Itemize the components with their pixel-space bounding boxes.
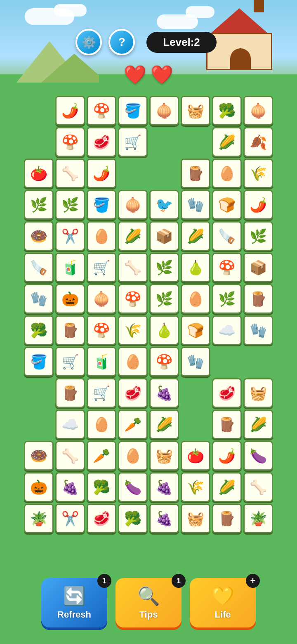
tile[interactable]: 🦴 (243, 472, 273, 502)
tile[interactable]: 🍄 (118, 284, 148, 314)
tile[interactable]: 🍞 (181, 315, 210, 345)
tile[interactable]: 🥩 (118, 378, 148, 408)
tile[interactable]: 🍅 (181, 441, 210, 471)
tile[interactable]: 🌽 (243, 410, 273, 439)
tile[interactable]: 🌶️ (55, 96, 85, 125)
tile[interactable]: ☁️ (55, 410, 85, 439)
tile[interactable]: 🪵 (212, 504, 242, 533)
tile[interactable]: 🥚 (87, 221, 116, 251)
tile[interactable]: 🐦 (149, 190, 179, 220)
tile[interactable]: 🌿 (243, 221, 273, 251)
tile[interactable]: 🍆 (118, 472, 148, 502)
tile[interactable]: 🌽 (212, 472, 242, 502)
tile[interactable]: 🥦 (24, 315, 54, 345)
tile[interactable]: 🧤 (181, 347, 210, 376)
help-button[interactable]: ? (108, 29, 135, 55)
tile[interactable]: 🥩 (87, 127, 116, 157)
tile[interactable]: 🪣 (24, 347, 54, 376)
tile[interactable]: 🪵 (55, 378, 85, 408)
tile[interactable]: 🌿 (149, 253, 179, 282)
tile[interactable]: 🍇 (149, 504, 179, 533)
tile[interactable]: 🦴 (55, 159, 85, 188)
tile[interactable]: 🥚 (212, 159, 242, 188)
tile[interactable]: 🍅 (24, 159, 54, 188)
tile[interactable]: 🧅 (87, 284, 116, 314)
tile[interactable]: 🧅 (243, 96, 273, 125)
tile[interactable]: 🪵 (243, 284, 273, 314)
tile[interactable]: 🌿 (212, 284, 242, 314)
tile[interactable]: 🍩 (24, 221, 54, 251)
tile[interactable]: 🌽 (212, 127, 242, 157)
tile[interactable]: 🦴 (118, 253, 148, 282)
tile[interactable]: 🧃 (87, 347, 116, 376)
tile[interactable]: 🌾 (118, 315, 148, 345)
tile[interactable]: 🥦 (118, 504, 148, 533)
life-button[interactable]: + 💛 Life (190, 578, 256, 627)
tile[interactable]: 📦 (243, 253, 273, 282)
tile[interactable]: 🛒 (87, 378, 116, 408)
tile[interactable]: 🌿 (24, 190, 54, 220)
tile[interactable]: 🍄 (55, 127, 85, 157)
tile[interactable]: 🌶️ (212, 441, 242, 471)
tile[interactable]: 🥕 (87, 441, 116, 471)
tile[interactable]: 🍩 (24, 441, 54, 471)
tile[interactable]: 🌶️ (243, 190, 273, 220)
tile[interactable]: 🧃 (55, 253, 85, 282)
tile[interactable]: 🧤 (181, 190, 210, 220)
settings-button[interactable]: ⚙️ (75, 29, 102, 55)
refresh-button[interactable]: 1 🔄 Refresh (41, 578, 107, 627)
tile[interactable]: 🪵 (181, 159, 210, 188)
tile[interactable]: 🍞 (212, 190, 242, 220)
tile[interactable]: 🥩 (87, 504, 116, 533)
tile[interactable]: 🛒 (55, 347, 85, 376)
tile[interactable]: 🍐 (181, 253, 210, 282)
tile[interactable]: 🧅 (149, 96, 179, 125)
tile[interactable]: 🪣 (118, 96, 148, 125)
tile[interactable]: 🌿 (55, 190, 85, 220)
tile[interactable]: 🍇 (149, 378, 179, 408)
tile[interactable]: 🧺 (181, 504, 210, 533)
tile[interactable]: 🌽 (118, 221, 148, 251)
tile[interactable]: 🪵 (212, 410, 242, 439)
tile[interactable]: 🎃 (24, 472, 54, 502)
tile[interactable]: 🧤 (24, 284, 54, 314)
tile[interactable]: 🥕 (118, 410, 148, 439)
tile[interactable]: 🥚 (87, 410, 116, 439)
tile[interactable]: 🥚 (181, 284, 210, 314)
tile[interactable]: 🧺 (243, 378, 273, 408)
tile[interactable]: 🪴 (243, 504, 273, 533)
tile[interactable]: ✂️ (55, 504, 85, 533)
tile[interactable]: 🍄 (212, 253, 242, 282)
tile[interactable]: 🦴 (55, 441, 85, 471)
tile[interactable]: 🪚 (24, 253, 54, 282)
tile[interactable]: 📦 (149, 221, 179, 251)
tile[interactable]: 🍄 (87, 315, 116, 345)
tile[interactable]: 🛒 (87, 253, 116, 282)
tips-button[interactable]: 1 🔍 Tips (116, 578, 182, 627)
tile[interactable]: 🍇 (149, 472, 179, 502)
tile[interactable]: 🥦 (212, 96, 242, 125)
tile[interactable]: 🥩 (212, 378, 242, 408)
tile[interactable]: 🥦 (87, 472, 116, 502)
tile[interactable]: 🛒 (118, 127, 148, 157)
tile[interactable]: 🌶️ (87, 159, 116, 188)
tile[interactable]: 🍆 (243, 441, 273, 471)
tile[interactable]: 🪣 (87, 190, 116, 220)
tile[interactable]: ☁️ (212, 315, 242, 345)
tile[interactable]: 🍄 (87, 96, 116, 125)
tile[interactable]: ✂️ (55, 221, 85, 251)
tile[interactable]: 🎃 (55, 284, 85, 314)
tile[interactable]: 🍐 (149, 315, 179, 345)
tile[interactable]: 🌿 (149, 284, 179, 314)
tile[interactable]: 🪵 (55, 315, 85, 345)
tile[interactable]: 🍄 (149, 347, 179, 376)
tile[interactable]: 🪴 (24, 504, 54, 533)
tile[interactable]: 🌾 (181, 472, 210, 502)
tile[interactable]: 🌽 (149, 410, 179, 439)
tile[interactable]: 🧤 (243, 315, 273, 345)
tile[interactable]: 🧺 (149, 441, 179, 471)
tile[interactable]: 🧅 (118, 190, 148, 220)
tile[interactable]: 🥚 (118, 347, 148, 376)
tile[interactable]: 🌾 (243, 159, 273, 188)
tile[interactable]: 🧺 (181, 96, 210, 125)
